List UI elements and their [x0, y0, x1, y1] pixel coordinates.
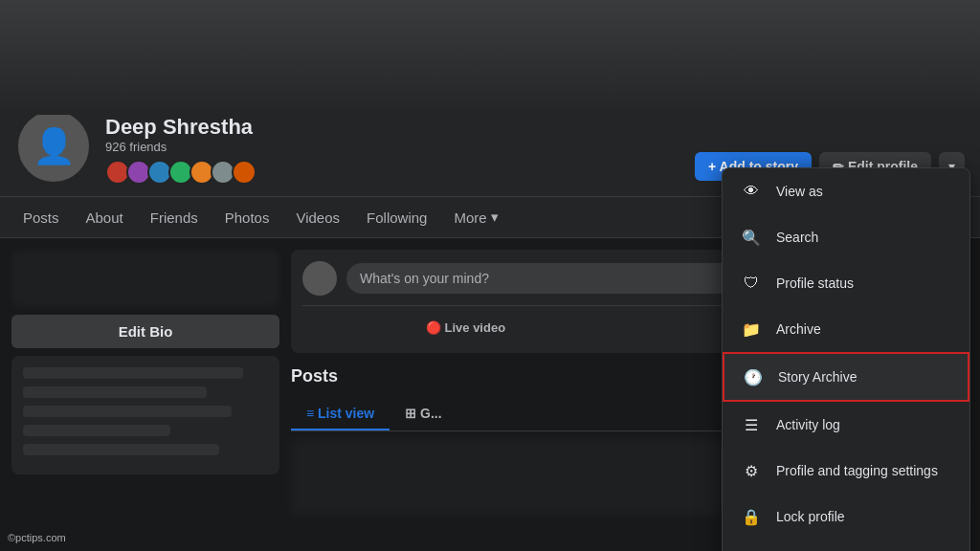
lock-profile-icon: 🔒 — [738, 503, 765, 530]
grid-view-tab[interactable]: ⊞ G... — [390, 398, 457, 430]
nav-item-friends[interactable]: Friends — [137, 198, 212, 237]
posts-title: Posts — [291, 366, 338, 386]
dropdown-item-archive[interactable]: 📁Archive — [723, 306, 969, 352]
edit-bio-button[interactable]: Edit Bio — [11, 315, 279, 348]
dropdown-menu: 👁View as🔍Search🛡Profile status📁Archive🕐S… — [722, 167, 970, 551]
search-icon: 🔍 — [738, 224, 765, 251]
blurred-line-2 — [23, 386, 207, 398]
nav-item-about[interactable]: About — [73, 198, 137, 237]
friend-avatar — [232, 160, 256, 185]
copyright-label: ©pctips.com — [8, 532, 66, 543]
archive-icon: 📁 — [738, 316, 765, 342]
post-avatar — [302, 261, 337, 296]
view-as-label: View as — [776, 184, 823, 199]
dropdown-item-view-as[interactable]: 👁View as — [723, 168, 969, 214]
dropdown-item-story-archive[interactable]: 🕐Story Archive — [723, 352, 969, 402]
nav-item-more[interactable]: More ▾ — [440, 197, 511, 237]
blurred-line-4 — [23, 425, 170, 436]
story-archive-icon: 🕐 — [740, 364, 767, 390]
list-view-tab[interactable]: ≡ List view — [291, 398, 390, 430]
blurred-line-5 — [23, 444, 219, 455]
activity-log-label: Activity log — [776, 417, 840, 432]
blurred-line-1 — [23, 367, 243, 379]
lock-profile-label: Lock profile — [776, 509, 845, 524]
archive-label: Archive — [776, 321, 821, 337]
profile-status-icon: 🛡 — [738, 270, 765, 297]
story-archive-label: Story Archive — [778, 369, 857, 385]
activity-log-icon: ☰ — [738, 411, 765, 438]
profile-status-label: Profile status — [776, 276, 854, 291]
dropdown-item-search[interactable]: 🔍Search — [723, 214, 969, 260]
sidebar-blurred-lines — [11, 356, 279, 474]
search-label: Search — [776, 230, 818, 245]
dropdown-item-profile-status[interactable]: 🛡Profile status — [723, 260, 969, 306]
dropdown-item-activity-log[interactable]: ☰Activity log — [723, 402, 969, 448]
dropdown-item-lock-profile[interactable]: 🔒Lock profile — [723, 494, 969, 540]
dropdown-item-professional-mode[interactable]: 📊Turn on professional mode — [723, 540, 969, 551]
left-sidebar: Edit Bio — [11, 250, 279, 551]
blurred-line-3 — [23, 406, 232, 417]
nav-item-posts[interactable]: Posts — [10, 198, 73, 237]
live-video-button[interactable]: 🔴 Live video — [302, 314, 629, 342]
cover-photo — [0, 0, 980, 115]
profile-tagging-label: Profile and tagging settings — [776, 463, 938, 478]
sidebar-blurred-info — [11, 250, 279, 307]
view-as-icon: 👁 — [738, 178, 765, 205]
profile-avatar: 👤 — [15, 108, 92, 185]
chevron-down-icon: ▾ — [491, 209, 499, 226]
profile-info: Deep Shrestha 926 friends — [105, 115, 681, 185]
nav-item-videos[interactable]: Videos — [282, 198, 353, 237]
friends-count: 926 friends — [105, 140, 681, 154]
nav-item-photos[interactable]: Photos — [212, 198, 283, 237]
dropdown-item-profile-tagging[interactable]: ⚙Profile and tagging settings — [723, 448, 969, 494]
profile-name: Deep Shrestha — [105, 115, 681, 140]
friend-avatars — [105, 160, 681, 185]
profile-tagging-icon: ⚙ — [738, 457, 765, 484]
nav-item-following[interactable]: Following — [353, 198, 440, 237]
